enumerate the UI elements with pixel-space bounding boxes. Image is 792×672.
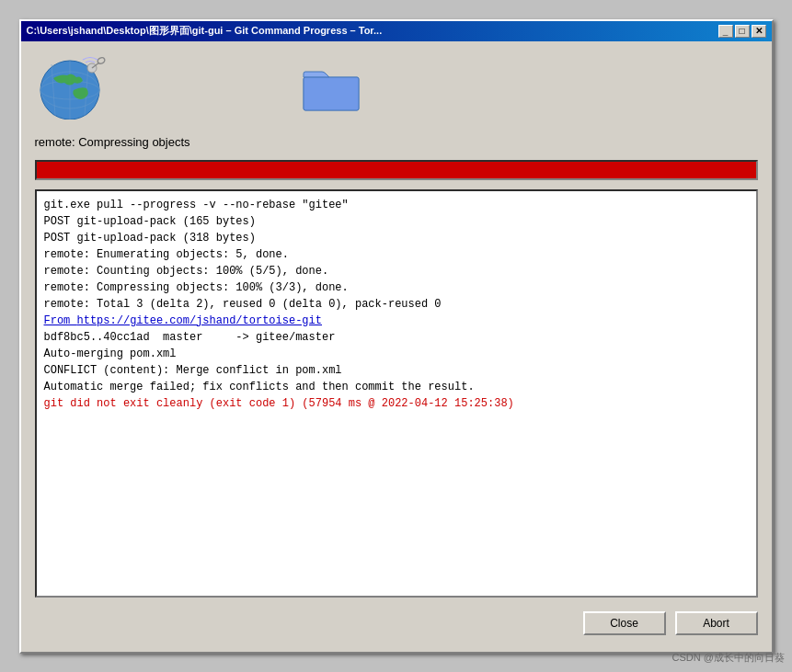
buttons-row: Close Abort <box>35 607 758 643</box>
output-line: POST git-upload-pack (165 bytes) <box>44 213 749 230</box>
maximize-button[interactable]: □ <box>735 25 750 38</box>
status-label: remote: Compressing objects <box>35 133 758 151</box>
output-line: CONFLICT (content): Merge conflict in po… <box>44 362 749 379</box>
main-window: C:\Users\jshand\Desktop\图形界面\git-gui – G… <box>19 19 774 654</box>
output-line: bdf8bc5..40cc1ad master -> gitee/master <box>44 329 749 346</box>
output-line: remote: Counting objects: 100% (5/5), do… <box>44 263 749 279</box>
output-line: Automatic merge failed; fix conflicts an… <box>44 379 749 395</box>
svg-rect-10 <box>304 77 359 110</box>
output-area: git.exe pull --progress -v --no-rebase "… <box>35 189 758 598</box>
icons-row <box>35 51 758 124</box>
output-line: Auto-merging pom.xml <box>44 346 749 362</box>
window-title: C:\Users\jshand\Desktop\图形界面\git-gui – G… <box>27 24 383 38</box>
progress-bar-container <box>35 160 758 180</box>
close-window-button[interactable]: ✕ <box>752 25 766 38</box>
output-line: git did not exit cleanly (exit code 1) (… <box>44 395 749 412</box>
output-line: remote: Compressing objects: 100% (3/3),… <box>44 279 749 296</box>
minimize-button[interactable]: _ <box>718 25 733 38</box>
close-button[interactable]: Close <box>583 611 666 635</box>
folder-icon <box>302 61 362 114</box>
progress-bar-fill <box>37 162 756 178</box>
repo-link[interactable]: https://gitee.com/jshand/tortoise-git <box>77 314 322 327</box>
title-bar: C:\Users\jshand\Desktop\图形界面\git-gui – G… <box>21 21 772 41</box>
output-line: remote: Total 3 (delta 2), reused 0 (del… <box>44 296 749 313</box>
output-line: remote: Enumerating objects: 5, done. <box>44 246 749 263</box>
abort-button[interactable]: Abort <box>675 611 758 635</box>
globe-icon <box>35 55 109 120</box>
output-line: POST git-upload-pack (318 bytes) <box>44 230 749 246</box>
output-line: git.exe pull --progress -v --no-rebase "… <box>44 197 749 213</box>
window-controls: _ □ ✕ <box>718 25 766 38</box>
window-content: remote: Compressing objects git.exe pull… <box>21 41 772 652</box>
output-line[interactable]: From https://gitee.com/jshand/tortoise-g… <box>44 313 749 329</box>
watermark: CSDN @成长中的向日葵 <box>672 651 785 665</box>
